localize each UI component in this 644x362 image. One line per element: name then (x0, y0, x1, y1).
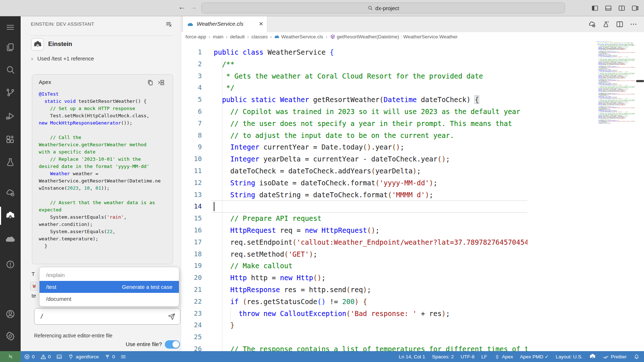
breadcrumb-item[interactable]: WeatherService.cls (274, 34, 323, 39)
code-line[interactable]: req.setEndpoint('callout:Weather_Endpoin… (181, 236, 527, 248)
code-line[interactable]: // Prepare API request (181, 212, 527, 224)
code-line[interactable]: req.setMethod('GET'); (181, 248, 527, 260)
code-block-line: static void testGetResortWeather() { (39, 98, 168, 105)
menu-icon[interactable] (5, 22, 15, 32)
explorer-icon[interactable] (5, 42, 15, 52)
remote-indicator[interactable] (0, 351, 21, 362)
code-line[interactable]: HttpResponse res = http.send(req); (181, 284, 527, 296)
status-item[interactable]: agentforce (68, 354, 99, 360)
code-line[interactable]: String dateString = dateToCheck.format('… (181, 189, 527, 201)
search-value: dx-project (375, 5, 399, 11)
source-control-icon[interactable] (5, 88, 15, 97)
apex-code-block: Apex @IsTest static void testGetResortWe… (32, 74, 173, 264)
insert-code-icon[interactable] (158, 79, 165, 86)
status-item[interactable] (120, 354, 126, 360)
status-item[interactable]: Spaces: 2 (432, 354, 454, 359)
status-item[interactable]: {}Apex (494, 354, 513, 360)
settings-gear-icon[interactable] (5, 331, 15, 341)
code-line[interactable]: Integer yearDelta = currentYear - dateTo… (181, 153, 527, 165)
code-line[interactable]: String isoDate = dateToCheck.format('yyy… (181, 177, 527, 189)
status-item[interactable]: 0 (104, 354, 115, 360)
slash-menu-item-selected[interactable]: /testGenerate a test case (39, 281, 179, 293)
forward-arrow-icon[interactable]: → (190, 3, 197, 11)
code-editor[interactable]: 1public class WeatherService {2 /**3 * G… (181, 41, 644, 351)
code-line[interactable]: // to adjust the input date to be on the… (181, 130, 527, 142)
status-item[interactable]: Layout: U.S. (556, 354, 582, 359)
code-block-line: System.assertEquals('rain', (39, 214, 168, 221)
copy-icon[interactable] (147, 79, 154, 86)
status-item[interactable]: 0 (40, 354, 51, 360)
slash-menu-item[interactable]: /explain (39, 269, 179, 281)
activity-bar: ? (0, 16, 21, 351)
send-icon[interactable] (168, 313, 176, 321)
prompt-input[interactable] (39, 311, 159, 321)
einstein-icon[interactable] (5, 211, 15, 220)
code-line[interactable]: HttpRequest req = new HttpRequest(); (181, 224, 527, 236)
code-line[interactable]: public class WeatherService { (181, 46, 527, 58)
clear-chat-icon[interactable] (165, 21, 173, 28)
status-bar: 00agentforce0 Ln 14, Col 1Spaces: 2UTF-8… (0, 351, 644, 362)
status-item[interactable] (589, 353, 596, 360)
reference-toggle[interactable]: › Used /test +1 reference (31, 55, 94, 62)
toggle-panel-icon[interactable] (605, 4, 612, 12)
command-center-search[interactable]: dx-project (201, 3, 565, 13)
extensions-icon[interactable] (5, 135, 15, 144)
code-line[interactable]: // Make callout (181, 260, 527, 272)
slash-menu-item[interactable]: /document (39, 293, 179, 305)
use-entire-file-toggle[interactable] (165, 340, 180, 349)
code-line[interactable]: dateToCheck = dateToCheck.addYears(yearD… (181, 165, 527, 177)
code-block-line: Test.setMock(HttpCalloutMock.class, (39, 112, 168, 119)
breadcrumb-item[interactable]: force-app (185, 34, 206, 39)
code-line[interactable]: // the user does not specify a year in t… (181, 118, 527, 130)
code-line[interactable]: } (181, 319, 527, 331)
tab-weatherservice[interactable]: WeatherService.cls ✕ (183, 16, 267, 32)
status-item[interactable] (56, 354, 62, 360)
run-tests-icon[interactable] (602, 20, 610, 28)
customize-layout-icon[interactable] (631, 4, 639, 12)
code-block-line: WeatherService.getResortWeather method (39, 141, 168, 148)
code-line[interactable]: /** (181, 58, 527, 70)
code-line[interactable]: */ (181, 82, 527, 94)
context-note: Referencing active editor-entire file (34, 333, 112, 338)
code-line[interactable]: if (res.getStatusCode() != 200) { (181, 296, 527, 308)
bell-icon (633, 354, 640, 360)
code-block-line: // Call the (39, 134, 168, 141)
code-line[interactable] (181, 201, 527, 212)
breadcrumb-item[interactable]: main (213, 34, 223, 39)
status-item[interactable]: UTF-8 (461, 354, 474, 359)
status-item[interactable]: Apex PMD ✓ (520, 354, 549, 359)
search-icon[interactable] (5, 65, 15, 75)
run-debug-icon[interactable] (5, 111, 15, 121)
code-line[interactable]: // Copilot was trained in 2023 so it wil… (181, 106, 527, 118)
code-line[interactable]: public static Weather getResortWeather(D… (181, 94, 527, 106)
salesforce-cloud-icon[interactable] (5, 234, 15, 244)
status-item[interactable]: Ln 14, Col 1 (399, 354, 425, 359)
code-block-line: WeatherService.getResortWeather(Datetime… (39, 177, 168, 185)
status-item[interactable]: Prettier (603, 354, 627, 360)
code-line[interactable] (181, 331, 527, 343)
status-item[interactable] (633, 354, 640, 360)
problems-icon[interactable] (5, 260, 15, 269)
back-arrow-icon[interactable]: ← (178, 3, 185, 11)
toggle-primary-sidebar-icon[interactable] (591, 4, 599, 12)
code-line[interactable]: Integer currentYear = Date.today().year(… (181, 141, 527, 153)
tab-title: WeatherService.cls (197, 21, 243, 27)
org-help-icon[interactable]: ? (588, 20, 596, 28)
org-browser-icon[interactable]: ? (5, 188, 15, 198)
code-line[interactable]: // The response contains a list of tempe… (181, 343, 527, 351)
test-beaker-icon[interactable] (5, 157, 15, 167)
split-editor-icon[interactable] (616, 20, 624, 28)
breadcrumb-item[interactable]: getResortWeather(Datetime) : WeatherServ… (330, 34, 458, 39)
breadcrumb-item[interactable]: default (230, 34, 245, 39)
breadcrumb-item[interactable]: classes (251, 34, 268, 39)
minimap[interactable]: public class WeatherService { /** * Gets… (596, 41, 635, 124)
close-tab-icon[interactable]: ✕ (259, 21, 263, 27)
account-icon[interactable] (5, 309, 15, 319)
code-line[interactable]: throw new CalloutException('Bad response… (181, 308, 527, 320)
code-line[interactable]: * Gets the weather at Coral Cloud Resort… (181, 70, 527, 82)
status-item[interactable]: 0 (24, 354, 35, 360)
toggle-secondary-sidebar-icon[interactable] (618, 4, 626, 12)
status-item[interactable]: LF (481, 354, 487, 359)
more-icon[interactable] (630, 20, 637, 28)
code-line[interactable]: Http http = new Http(); (181, 272, 527, 284)
